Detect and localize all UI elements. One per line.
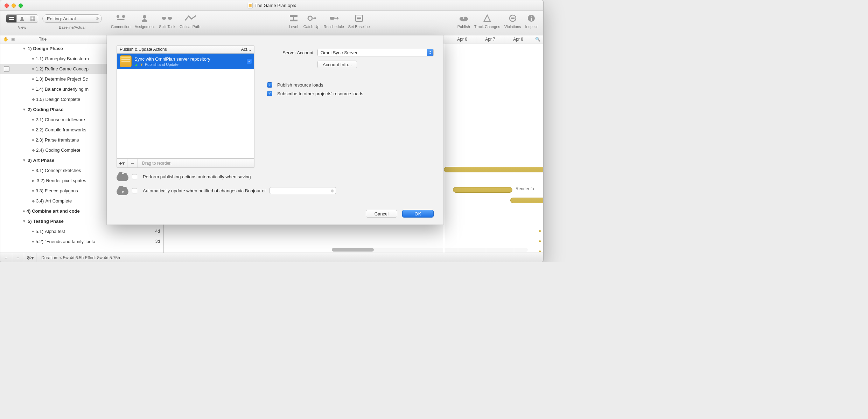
task-label: Design Complete bbox=[45, 97, 80, 102]
duration-value: 3d bbox=[155, 239, 160, 244]
window-controls bbox=[5, 4, 23, 8]
level-button[interactable] bbox=[288, 13, 299, 23]
auto-update-checkbox[interactable] bbox=[132, 188, 137, 193]
task-row[interactable]: ●5.1)Alpha test4d bbox=[0, 226, 163, 236]
disclosure-icon[interactable]: ▼ bbox=[21, 108, 27, 111]
bullet-icon: ● bbox=[32, 56, 34, 61]
remove-action-button[interactable]: − bbox=[127, 159, 138, 167]
svg-rect-3 bbox=[30, 16, 35, 21]
task-label: "Friends and family" beta bbox=[45, 239, 95, 244]
today-marker bbox=[444, 43, 444, 253]
server-account-select[interactable]: Omni Sync Server bbox=[317, 49, 434, 56]
task-label: Gameplay Brainstorm bbox=[45, 56, 89, 61]
bullet-icon: ● bbox=[32, 168, 34, 172]
task-label: Concept sketches bbox=[45, 168, 81, 173]
auto-publish-checkbox[interactable] bbox=[132, 174, 137, 179]
actions-list[interactable]: Sync with OmniPlan server repository ▲ ▼… bbox=[117, 54, 254, 159]
omniplan-doc-icon bbox=[120, 55, 132, 67]
bullet-icon: ● bbox=[32, 239, 34, 243]
remove-button[interactable]: − bbox=[12, 253, 24, 262]
view-resource-icon[interactable] bbox=[17, 15, 27, 22]
add-action-button[interactable]: +▾ bbox=[117, 159, 127, 167]
disclosure-icon[interactable]: ▼ bbox=[21, 47, 27, 50]
svg-point-17 bbox=[308, 16, 312, 20]
ok-button[interactable]: OK bbox=[402, 210, 434, 218]
bar-label: Render fa bbox=[516, 186, 534, 191]
view-segment[interactable] bbox=[6, 14, 38, 23]
zoom-icon[interactable] bbox=[19, 4, 23, 8]
task-label: Testing Phase bbox=[33, 219, 64, 224]
action-enabled-checkbox[interactable]: ✓ bbox=[246, 59, 252, 64]
task-label: Compile frameworks bbox=[45, 127, 86, 132]
task-label: Coding Complete bbox=[45, 147, 80, 153]
subscribe-resource-loads-checkbox[interactable]: ✓ bbox=[267, 91, 272, 96]
toolbar-view-label: View bbox=[18, 25, 26, 29]
view-calendar-icon[interactable] bbox=[27, 15, 38, 22]
gantt-bar[interactable] bbox=[510, 198, 543, 203]
gantt-bar[interactable] bbox=[444, 167, 543, 172]
track-changes-button[interactable] bbox=[482, 13, 493, 23]
zoom-icon[interactable]: 🔍 bbox=[532, 37, 543, 42]
svg-point-9 bbox=[122, 15, 125, 18]
baseline-popup[interactable]: Editing: Actual bbox=[42, 14, 102, 23]
continuation-icon: » bbox=[539, 228, 541, 233]
disclosure-icon[interactable]: ▼ bbox=[21, 158, 27, 162]
account-info-button[interactable]: Account Info... bbox=[317, 61, 357, 68]
svg-rect-13 bbox=[168, 17, 172, 20]
svg-rect-1 bbox=[9, 19, 14, 20]
task-row[interactable]: ●5.2)"Friends and family" beta3d bbox=[0, 236, 163, 247]
svg-point-2 bbox=[21, 17, 23, 19]
set-baseline-button[interactable] bbox=[354, 13, 365, 23]
assignment-button[interactable] bbox=[139, 13, 150, 23]
svg-point-11 bbox=[143, 15, 146, 19]
date-col[interactable]: Apr 6 bbox=[448, 35, 476, 43]
action-subtitle: ▲ ▼ Publish and Update bbox=[134, 62, 210, 67]
bullet-icon: ● bbox=[32, 188, 34, 193]
inspect-button[interactable] bbox=[526, 13, 537, 23]
horizontal-scrollbar[interactable] bbox=[332, 248, 528, 252]
minimize-icon[interactable] bbox=[12, 4, 16, 8]
bonjour-select[interactable] bbox=[270, 187, 336, 194]
bullet-icon: ● bbox=[32, 87, 34, 91]
publish-resource-loads-checkbox[interactable]: ✓ bbox=[267, 82, 272, 88]
gantt-bar[interactable] bbox=[453, 187, 512, 193]
view-gantt-icon[interactable] bbox=[6, 15, 17, 22]
reorder-hint: Drag to reorder. bbox=[138, 161, 172, 166]
bullet-icon: ● bbox=[32, 229, 34, 233]
close-icon[interactable] bbox=[5, 4, 9, 8]
cancel-button[interactable]: Cancel bbox=[366, 210, 397, 218]
titlebar: The Game Plan.oplx bbox=[0, 0, 543, 11]
bullet-icon: ◆ bbox=[32, 199, 35, 203]
task-label: Coding Phase bbox=[33, 107, 64, 112]
violations-button[interactable] bbox=[507, 13, 518, 23]
svg-rect-12 bbox=[162, 17, 166, 20]
server-account-label: Server Account: bbox=[267, 50, 315, 55]
svg-rect-25 bbox=[511, 18, 514, 19]
add-button[interactable]: + bbox=[0, 253, 12, 262]
svg-point-8 bbox=[117, 15, 119, 18]
bullet-icon: ● bbox=[32, 77, 34, 81]
bullet-icon: ● bbox=[23, 209, 25, 213]
split-task-button[interactable] bbox=[162, 13, 173, 23]
task-label: Refine Game Concep bbox=[45, 66, 89, 71]
critical-path-button[interactable] bbox=[184, 13, 196, 23]
footer-status: Duration: < 5w 4d 6.5h Effort: 8w 4d 5.7… bbox=[36, 255, 120, 260]
connection-button[interactable] bbox=[115, 13, 126, 23]
disclosure-icon[interactable]: ▼ bbox=[21, 219, 27, 223]
update-arrow-icon: ▼ bbox=[140, 62, 144, 67]
chevron-updown-icon bbox=[427, 49, 433, 56]
publish-resource-loads-label: Publish resource loads bbox=[277, 82, 323, 88]
catch-up-button[interactable] bbox=[306, 13, 317, 23]
disclosure-icon[interactable]: ▶ bbox=[30, 179, 36, 183]
task-label: Art Complete bbox=[45, 198, 72, 204]
publish-arrow-icon: ▲ bbox=[134, 62, 138, 67]
task-label: Design Phase bbox=[33, 46, 63, 51]
reschedule-button[interactable] bbox=[328, 13, 340, 23]
bullet-icon: ● bbox=[32, 117, 34, 122]
task-label: Balance underlying m bbox=[45, 87, 89, 92]
date-col[interactable]: Apr 8 bbox=[504, 35, 532, 43]
sync-action-item[interactable]: Sync with OmniPlan server repository ▲ ▼… bbox=[117, 54, 254, 69]
action-menu-button[interactable]: ✻▾ bbox=[24, 253, 36, 262]
publish-button[interactable] bbox=[458, 13, 469, 23]
date-col[interactable]: Apr 7 bbox=[476, 35, 504, 43]
